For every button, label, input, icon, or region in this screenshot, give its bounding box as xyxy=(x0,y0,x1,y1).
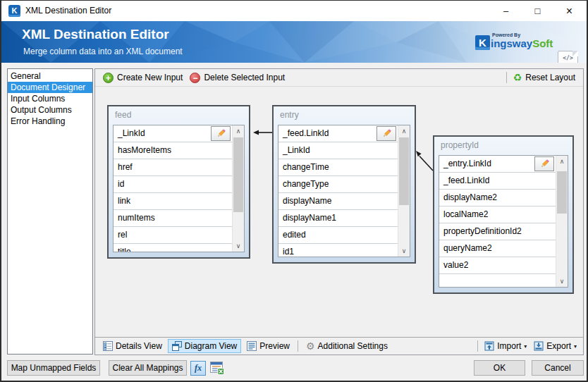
document-designer-panel: + Create New Input − Delete Selected Inp… xyxy=(94,68,584,355)
window-controls: – □ × xyxy=(490,1,585,21)
scroll-up-icon[interactable]: ∧ xyxy=(556,156,568,167)
ok-button[interactable]: OK xyxy=(474,360,525,376)
table-row[interactable]: changeType xyxy=(278,176,398,193)
app-icon: K xyxy=(8,5,20,17)
reset-layout-button[interactable]: ♻ Reset Layout xyxy=(510,71,579,84)
table-title-entry: entry xyxy=(274,106,415,120)
table-row[interactable]: value2 xyxy=(439,257,556,274)
row-label: _entry.LinkId xyxy=(443,159,491,168)
sidebar-item-document-designer[interactable]: Document Designer xyxy=(8,82,92,93)
export-button[interactable]: Export ▾ xyxy=(530,340,580,352)
tab-preview-label: Preview xyxy=(259,341,290,351)
reset-layout-icon: ♻ xyxy=(513,73,522,82)
sidebar-item-output-columns[interactable]: Output Columns xyxy=(8,104,92,116)
tab-additional-settings-label: Additional Settings xyxy=(318,341,388,351)
clear-all-mappings-button[interactable]: Clear All Mappings xyxy=(109,360,187,376)
table-row[interactable]: displayName2 xyxy=(439,190,556,207)
tab-details-view[interactable]: Details View xyxy=(99,339,166,353)
table-row[interactable]: _LinkId xyxy=(114,125,232,142)
import-button[interactable]: Import ▾ xyxy=(481,340,530,352)
close-button[interactable]: × xyxy=(553,1,585,21)
edit-column-button[interactable] xyxy=(534,156,554,171)
table-row[interactable]: changeTime xyxy=(278,159,398,176)
scroll-down-icon[interactable]: ∨ xyxy=(398,245,410,257)
table-title-feed: feed xyxy=(109,106,249,120)
kingswaysoft-logo: K Powered By ingswaySoft xyxy=(475,32,553,53)
scroll-down-icon[interactable]: ∨ xyxy=(556,276,568,287)
sidebar-item-error-handling[interactable]: Error Handling xyxy=(8,116,92,127)
table-row[interactable]: _entry.LinkId xyxy=(439,156,556,173)
scrollbar-thumb[interactable] xyxy=(399,137,409,205)
tab-diagram-view-label: Diagram View xyxy=(185,341,237,351)
delete-selected-input-button[interactable]: − Delete Selected Input xyxy=(186,71,288,85)
scrollbar-thumb[interactable] xyxy=(233,137,243,212)
import-caret-icon: ▾ xyxy=(524,343,527,350)
brand-name: ingswaySoft xyxy=(491,37,553,49)
table-box-feed[interactable]: feed _LinkId xyxy=(107,105,250,259)
diagram-view-icon xyxy=(172,341,182,351)
table-row[interactable]: href xyxy=(114,159,232,176)
table-row[interactable]: _feed.LinkId xyxy=(439,173,556,190)
table-box-entry[interactable]: entry _feed.LinkId xyxy=(272,105,416,264)
table-row[interactable]: id1 xyxy=(278,244,398,257)
table-row[interactable]: numItems xyxy=(114,210,232,227)
designer-toolbar: + Create New Input − Delete Selected Inp… xyxy=(95,69,583,87)
maximize-button[interactable]: □ xyxy=(522,1,553,21)
scroll-up-icon[interactable]: ∧ xyxy=(233,125,244,137)
edit-pencil-icon xyxy=(381,128,392,139)
export-label: Export xyxy=(546,341,571,351)
map-unmapped-fields-button[interactable]: Map Unmapped Fields xyxy=(7,360,100,376)
expression-fx-button[interactable]: fx xyxy=(190,361,206,376)
xml-destination-editor-window: K XML Destination Editor – □ × X xyxy=(0,0,588,382)
diagram-canvas[interactable]: feed _LinkId xyxy=(95,87,583,337)
table-list-entry: _feed.LinkId xyxy=(278,125,410,257)
create-new-input-label: Create New Input xyxy=(117,73,183,82)
entry-scrollbar[interactable]: ∧ ∨ xyxy=(398,125,410,257)
export-caret-icon: ▾ xyxy=(574,343,577,350)
table-row[interactable]: title xyxy=(114,244,232,252)
table-row[interactable] xyxy=(439,274,556,288)
table-row[interactable]: link xyxy=(114,193,232,210)
table-row[interactable]: id xyxy=(114,176,232,193)
minimize-button[interactable]: – xyxy=(490,1,522,21)
table-title-propertyid: propertyId xyxy=(434,137,572,150)
create-new-input-button[interactable]: + Create New Input xyxy=(99,71,186,85)
table-row[interactable]: rel xyxy=(114,227,232,244)
report-export-button[interactable] xyxy=(210,362,224,375)
table-box-propertyid[interactable]: propertyId _entry.LinkId xyxy=(433,135,574,294)
brand-name-green: Soft xyxy=(532,37,553,49)
propertyid-scrollbar[interactable]: ∧ ∨ xyxy=(556,156,568,287)
export-icon xyxy=(534,341,544,351)
preview-icon xyxy=(247,341,257,351)
table-row[interactable]: displayName xyxy=(278,193,398,210)
reset-layout-label: Reset Layout xyxy=(525,73,575,82)
table-row[interactable]: _LinkId xyxy=(278,142,398,159)
sidebar-item-input-columns[interactable]: Input Columns xyxy=(8,93,92,104)
delete-selected-input-label: Delete Selected Input xyxy=(204,73,285,82)
table-row[interactable]: queryName2 xyxy=(439,240,556,257)
edit-column-button[interactable] xyxy=(211,126,231,141)
table-row[interactable]: edited xyxy=(278,227,398,244)
table-row[interactable]: localName2 xyxy=(439,207,556,223)
table-row[interactable]: displayName1 xyxy=(278,210,398,227)
sidebar-item-general[interactable]: General xyxy=(8,70,92,82)
tab-preview[interactable]: Preview xyxy=(243,339,294,353)
edit-column-button[interactable] xyxy=(376,126,396,141)
settings-nav-list: General Document Designer Input Columns … xyxy=(7,68,93,355)
scroll-down-icon[interactable]: ∨ xyxy=(233,240,244,252)
scroll-up-icon[interactable]: ∧ xyxy=(398,125,410,137)
table-row[interactable]: hasMoreItems xyxy=(114,142,232,159)
feed-scrollbar[interactable]: ∧ ∨ xyxy=(232,125,244,252)
toolbar-separator xyxy=(506,72,507,83)
tab-additional-settings[interactable]: ⚙ Additional Settings xyxy=(302,339,392,353)
table-row[interactable]: propertyDefinitionId2 xyxy=(439,223,556,240)
edit-pencil-icon xyxy=(539,159,550,169)
table-row[interactable]: _feed.LinkId xyxy=(278,125,398,142)
page-subtitle: Merge column data into an XML document xyxy=(23,47,183,56)
gear-icon: ⚙ xyxy=(306,341,315,351)
scrollbar-thumb[interactable] xyxy=(557,171,567,214)
row-label: _feed.LinkId xyxy=(283,128,329,138)
header-banner: XML Destination Editor Merge column data… xyxy=(1,21,587,63)
tab-diagram-view[interactable]: Diagram View xyxy=(168,339,241,353)
cancel-button[interactable]: Cancel xyxy=(532,360,584,376)
